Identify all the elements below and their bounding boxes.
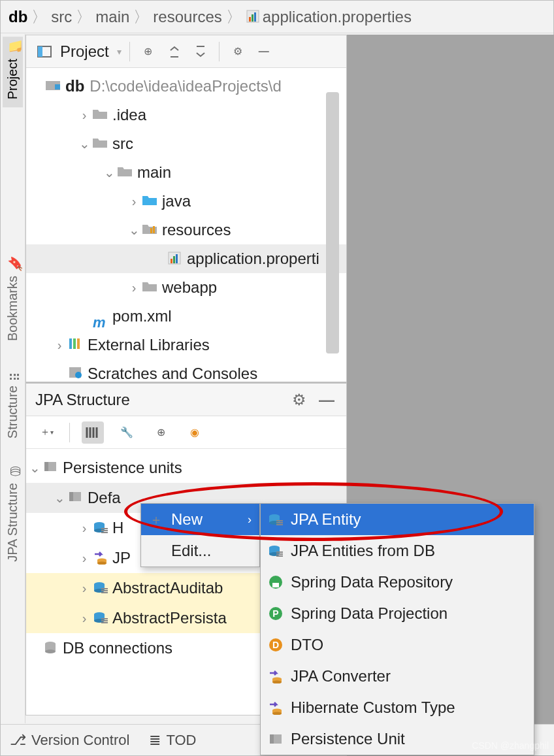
chevron-right-icon[interactable]: › [76,513,93,543]
tree-label: resources [162,216,231,244]
svg-rect-13 [176,254,178,263]
chevron-down-icon[interactable]: ▾ [117,46,122,57]
chevron-right-icon[interactable]: › [125,187,142,216]
chevron-right-icon[interactable]: › [76,603,93,633]
chevron-right-icon: 〉 [226,7,242,27]
collapse-all-button[interactable] [190,41,211,62]
wrench-icon[interactable]: 🔧 [116,421,138,444]
gear-icon[interactable]: ⚙ [289,389,310,410]
svg-point-40 [45,649,56,653]
chevron-down-icon[interactable]: ⌄ [125,216,142,244]
select-opened-file-button[interactable]: ⊕ [138,41,159,62]
context-menu-primary[interactable]: ＋New›Edit... [140,503,260,567]
menu-item[interactable]: Edit... [141,535,259,567]
svg-rect-11 [171,259,172,263]
chevron-right-icon: 〉 [76,7,91,27]
structure-icon: ⠿ [8,371,18,382]
tool-tab-jpa[interactable]: JPA Structure⛁ [3,461,23,570]
menu-item[interactable]: JPA Entity [261,504,534,535]
menu-item[interactable]: ＋New› [141,504,259,535]
menu-label: Hibernate Custom Type [291,698,455,717]
menu-item[interactable]: JPA Entities from DB [261,535,534,567]
tree-label: JP [112,543,131,573]
chevron-right-icon[interactable]: › [76,573,93,603]
bars-icon[interactable] [82,421,104,444]
tree-row[interactable]: application.properti [26,244,346,273]
breadcrumb[interactable]: db〉src〉main〉resources〉application.proper… [1,1,553,33]
breadcrumb-item[interactable]: db [8,8,27,26]
scrollbar-thumb[interactable] [326,92,339,353]
eye-icon[interactable]: ◉ [184,421,206,444]
version-control-tab[interactable]: ⎇Version Control [10,732,129,749]
chevron-down-icon[interactable]: ⌄ [101,158,118,187]
chevron-down-icon[interactable]: ⌄ [76,129,93,158]
punit-icon [43,460,60,476]
tree-row[interactable]: ›java [26,187,346,216]
chevron-down-icon[interactable]: ⌄ [26,453,43,483]
tree-label: pom.xml [112,302,172,331]
tree-row[interactable]: ›External Libraries [26,331,346,359]
menu-item[interactable]: PSpring Data Projection [261,598,534,629]
breadcrumb-item[interactable]: main [95,8,129,26]
menu-item[interactable]: JPA Converter [261,661,534,692]
chevron-down-icon[interactable]: ⌄ [51,483,68,513]
menu-item[interactable]: Hibernate Custom Type [261,692,534,723]
gear-icon[interactable]: ⚙ [227,41,248,62]
breadcrumb-item[interactable]: src [51,8,72,26]
tool-tab-project[interactable]: Project📁 [3,37,23,107]
breadcrumb-item[interactable]: resources [153,8,221,26]
tool-tab-structure[interactable]: Structure⠿ [3,363,23,446]
project-view-icon[interactable] [34,41,55,62]
folder-icon [93,107,110,123]
svg-rect-12 [173,256,175,263]
tree-row[interactable]: ⌄main [26,158,346,187]
menu-item[interactable]: Spring Data Repository [261,567,534,598]
project-panel: Project ▾ ⊕ ⚙ — db D:\code\idea\ideaProj… [25,35,347,382]
dto-icon: D [267,636,284,653]
svg-text:P: P [272,608,278,619]
chevron-right-icon[interactable]: › [76,101,93,129]
chevron-right-icon: 〉 [133,7,149,27]
add-button[interactable]: ＋▾ [35,421,57,444]
maven-icon: m [93,308,110,324]
todo-tab[interactable]: ≣TOD [149,732,196,749]
entity-icon [93,580,110,596]
scratch-icon [68,366,85,382]
expand-all-button[interactable] [164,41,185,62]
tree-row[interactable]: mpom.xml [26,302,346,331]
menu-label: DTO [291,636,323,654]
branch-icon: ⎇ [10,732,26,748]
svg-rect-1 [249,17,251,22]
tool-tab-bookmarks[interactable]: Bookmarks🔖 [3,254,23,349]
svg-rect-9 [153,226,155,233]
hide-button[interactable]: — [253,41,274,62]
project-tree[interactable]: db D:\code\idea\ideaProjects\d ›.idea⌄sr… [26,68,346,382]
tree-row[interactable]: ›.idea [26,101,346,129]
tree-row[interactable]: ⌄Persistence units [26,453,346,483]
folder-icon [93,136,110,152]
tree-row[interactable]: Scratches and Consoles [26,359,346,382]
target-icon[interactable]: ⊕ [150,421,172,444]
chevron-right-icon[interactable]: › [125,273,142,302]
db-icon [43,640,60,656]
svg-rect-20 [44,462,48,471]
tree-label: AbstractPersista [112,603,227,633]
menu-label: New [171,510,203,529]
tree-row[interactable]: ›webapp [26,273,346,302]
menu-label: JPA Entities from DB [291,542,435,560]
project-root-row[interactable]: db D:\code\idea\ideaProjects\d [26,72,346,101]
entity-icon [267,511,284,528]
tree-row[interactable]: ⌄resources [26,216,346,244]
conv-icon [93,550,110,566]
tree-row[interactable]: ⌄src [26,129,346,158]
context-menu-new-submenu[interactable]: JPA EntityJPA Entities from DBSpring Dat… [260,503,534,755]
chevron-right-icon[interactable]: › [76,543,93,573]
chevron-right-icon[interactable]: › [51,331,68,359]
entity-icon [93,520,110,536]
breadcrumb-item[interactable]: application.properties [263,8,412,26]
hide-button[interactable]: — [316,389,337,410]
menu-label: JPA Entity [291,510,361,529]
svg-rect-5 [38,46,42,57]
menu-item[interactable]: DDTO [261,629,534,661]
watermark: CSDN @zhangphil [472,740,549,751]
